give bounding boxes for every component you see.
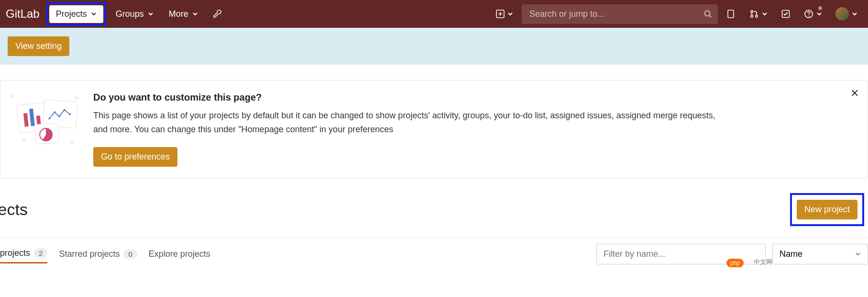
- help-icon: [804, 9, 813, 19]
- tab-starred-label: Starred projects: [59, 249, 120, 259]
- svg-point-8: [808, 16, 809, 17]
- nav-groups-dropdown[interactable]: Groups: [110, 5, 159, 23]
- search-icon: [703, 10, 712, 18]
- chevron-down-icon: [507, 11, 513, 17]
- watermark-cn-text: 中文网: [754, 258, 772, 266]
- sort-dropdown[interactable]: Name: [772, 244, 868, 264]
- chevron-down-icon: [855, 251, 861, 257]
- pie-chart-icon: [34, 123, 59, 145]
- create-new-dropdown[interactable]: [491, 6, 518, 22]
- tab-your-projects[interactable]: projects 2: [0, 244, 47, 263]
- help-dropdown[interactable]: [799, 5, 827, 23]
- svg-point-5: [756, 15, 758, 17]
- issues-button[interactable]: [722, 5, 741, 23]
- chevron-down-icon: [852, 11, 857, 17]
- your-projects-count-badge: 2: [34, 248, 47, 258]
- customize-content: Do you want to customize this page? This…: [93, 92, 725, 167]
- topbar: GitLab Projects Groups More: [0, 0, 868, 28]
- watermark-php-logo: php: [726, 259, 744, 267]
- tab-your-projects-label: projects: [0, 248, 30, 258]
- nav-projects-dropdown[interactable]: Projects: [49, 5, 103, 23]
- chevron-down-icon: [148, 11, 154, 17]
- tab-starred-projects[interactable]: Starred projects 0: [59, 245, 137, 263]
- nav-projects-label: Projects: [56, 9, 87, 19]
- notification-dot-icon: [818, 6, 822, 10]
- customize-callout: Do you want to customize this page? This…: [0, 80, 868, 179]
- chevron-down-icon: [91, 11, 97, 17]
- avatar: [835, 7, 849, 21]
- go-to-preferences-button[interactable]: Go to preferences: [93, 147, 177, 167]
- chevron-down-icon: [762, 11, 768, 17]
- chevron-down-icon: [816, 11, 822, 17]
- customize-heading: Do you want to customize this page?: [93, 92, 725, 103]
- nav-groups-label: Groups: [116, 9, 144, 19]
- nav-more-dropdown[interactable]: More: [163, 5, 204, 23]
- info-banner: View setting: [0, 28, 868, 65]
- todos-button[interactable]: [776, 5, 795, 23]
- tab-explore-label: Explore projects: [149, 249, 210, 259]
- nav-more-label: More: [169, 9, 188, 19]
- new-project-highlight: New project: [790, 193, 864, 226]
- projects-tabs-row: projects 2 Starred projects 0 Explore pr…: [0, 238, 868, 270]
- merge-request-icon: [749, 9, 759, 19]
- close-callout-button[interactable]: ✕: [850, 87, 859, 100]
- new-project-button[interactable]: New project: [797, 200, 857, 219]
- close-icon: ✕: [850, 87, 859, 99]
- projects-nav-highlight: Projects: [46, 2, 106, 26]
- svg-point-4: [751, 15, 753, 17]
- admin-wrench-button[interactable]: [208, 5, 227, 23]
- svg-point-3: [751, 11, 753, 12]
- search-wrapper: [522, 4, 718, 24]
- svg-point-1: [705, 11, 710, 16]
- plus-square-icon: [496, 10, 505, 18]
- search-input[interactable]: [522, 4, 718, 24]
- view-setting-button[interactable]: View setting: [8, 36, 69, 56]
- tab-explore-projects[interactable]: Explore projects: [149, 245, 210, 263]
- wrench-icon: [212, 9, 222, 19]
- gitlab-logo-text[interactable]: GitLab: [6, 7, 40, 21]
- user-menu-dropdown[interactable]: [831, 3, 862, 24]
- svg-rect-2: [728, 10, 734, 18]
- starred-count-badge: 0: [123, 249, 137, 259]
- merge-requests-dropdown[interactable]: [745, 5, 772, 23]
- page-header: jects New project: [0, 179, 868, 238]
- page-title: jects: [0, 200, 28, 219]
- sort-label: Name: [780, 249, 802, 259]
- todos-icon: [781, 9, 791, 19]
- issues-icon: [726, 9, 736, 19]
- customize-body: This page shows a list of your projects …: [93, 109, 725, 137]
- chevron-down-icon: [192, 11, 198, 17]
- customize-illustration: [8, 92, 80, 145]
